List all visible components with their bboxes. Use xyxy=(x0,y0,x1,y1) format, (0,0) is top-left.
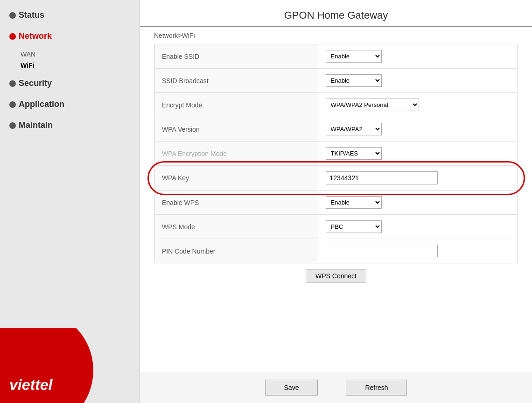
table-row: WPS Mode PBC PIN xyxy=(154,215,518,239)
field-value: TKIP/AES TKIP AES xyxy=(318,141,518,166)
sidebar-item-label: Network xyxy=(19,31,52,41)
sidebar-item-security[interactable]: Security xyxy=(0,73,140,94)
field-label: PIN Code Number xyxy=(154,239,318,263)
sidebar-sub-wan[interactable]: WAN xyxy=(0,47,140,60)
sidebar-item-label: Maintain xyxy=(19,120,53,130)
table-row: Enable SSID Enable Disable xyxy=(154,44,518,69)
enable-wps-select[interactable]: Enable Disable xyxy=(326,196,382,209)
sidebar-item-network[interactable]: Network xyxy=(0,26,140,47)
encrypt-mode-select[interactable]: WPA/WPA2 Personal WPA Personal WPA2 Pers… xyxy=(326,99,419,111)
network-bullet-icon xyxy=(9,33,16,40)
wifi-label: WiFi xyxy=(21,62,34,69)
wpa-version-select[interactable]: WPA/WPA2 WPA WPA2 xyxy=(326,123,382,135)
wps-mode-select[interactable]: PBC PIN xyxy=(326,220,382,233)
field-value: Enable Disable xyxy=(318,44,518,69)
page-title: GPON Home Gateway xyxy=(140,0,532,27)
main-content: GPON Home Gateway Network>WiFi Enable SS… xyxy=(140,0,532,403)
security-bullet-icon xyxy=(9,80,16,87)
field-label: SSID Broadcast xyxy=(154,69,318,93)
sidebar-item-status[interactable]: Status xyxy=(0,5,140,26)
wpa-key-value xyxy=(318,166,518,191)
field-value: WPA/WPA2 WPA WPA2 xyxy=(318,117,518,141)
status-bullet-icon xyxy=(9,12,16,19)
sidebar-sub-wifi[interactable]: WiFi xyxy=(0,60,140,73)
wpa-encryption-mode-select[interactable]: TKIP/AES TKIP AES xyxy=(326,147,382,160)
wpa-key-label: WPA Key xyxy=(154,166,318,191)
field-value xyxy=(318,239,518,263)
wps-connect-row: WPS Connect xyxy=(154,263,518,289)
form-area: Enable SSID Enable Disable SSID Broadcas… xyxy=(140,44,532,372)
breadcrumb: Network>WiFi xyxy=(140,27,532,44)
maintain-bullet-icon xyxy=(9,122,16,129)
application-bullet-icon xyxy=(9,101,16,108)
sidebar-item-application[interactable]: Application xyxy=(0,94,140,115)
save-button[interactable]: Save xyxy=(265,380,318,396)
wan-label: WAN xyxy=(21,50,35,58)
field-label: Enable WPS xyxy=(154,191,318,215)
table-row: Enable WPS Enable Disable xyxy=(154,191,518,215)
table-row: WPA Encryption Mode TKIP/AES TKIP AES xyxy=(154,141,518,166)
brand-text: viettel xyxy=(9,376,52,394)
sidebar-item-label: Status xyxy=(19,10,44,20)
field-value: Enable Disable xyxy=(318,69,518,93)
footer-buttons: Save Refresh xyxy=(140,372,532,403)
field-label: WPA Encryption Mode xyxy=(154,141,318,166)
field-label: WPA Version xyxy=(154,117,318,141)
field-label: Encrypt Mode xyxy=(154,93,318,117)
sidebar-item-maintain[interactable]: Maintain xyxy=(0,115,140,136)
sidebar-brand: viettel xyxy=(0,328,140,403)
pin-code-input[interactable] xyxy=(326,245,438,257)
field-value: WPA/WPA2 Personal WPA Personal WPA2 Pers… xyxy=(318,93,518,117)
field-value: PBC PIN xyxy=(318,215,518,239)
sidebar-item-label: Security xyxy=(19,78,52,88)
wpa-key-row: WPA Key xyxy=(154,166,518,191)
settings-table: Enable SSID Enable Disable SSID Broadcas… xyxy=(154,44,518,263)
table-row: SSID Broadcast Enable Disable xyxy=(154,69,518,93)
table-row: Encrypt Mode WPA/WPA2 Personal WPA Perso… xyxy=(154,93,518,117)
field-label: WPS Mode xyxy=(154,215,318,239)
field-value: Enable Disable xyxy=(318,191,518,215)
main-layout: Status Network WAN WiFi Security Applica… xyxy=(0,0,532,403)
refresh-button[interactable]: Refresh xyxy=(346,380,407,396)
field-label: Enable SSID xyxy=(154,44,318,69)
enable-ssid-select[interactable]: Enable Disable xyxy=(326,50,382,63)
wps-connect-button[interactable]: WPS Connect xyxy=(306,269,366,283)
table-row: WPA Version WPA/WPA2 WPA WPA2 xyxy=(154,117,518,141)
wpa-key-input[interactable] xyxy=(326,171,438,184)
sidebar: Status Network WAN WiFi Security Applica… xyxy=(0,0,140,403)
table-row: PIN Code Number xyxy=(154,239,518,263)
ssid-broadcast-select[interactable]: Enable Disable xyxy=(326,74,382,87)
sidebar-item-label: Application xyxy=(19,99,64,109)
